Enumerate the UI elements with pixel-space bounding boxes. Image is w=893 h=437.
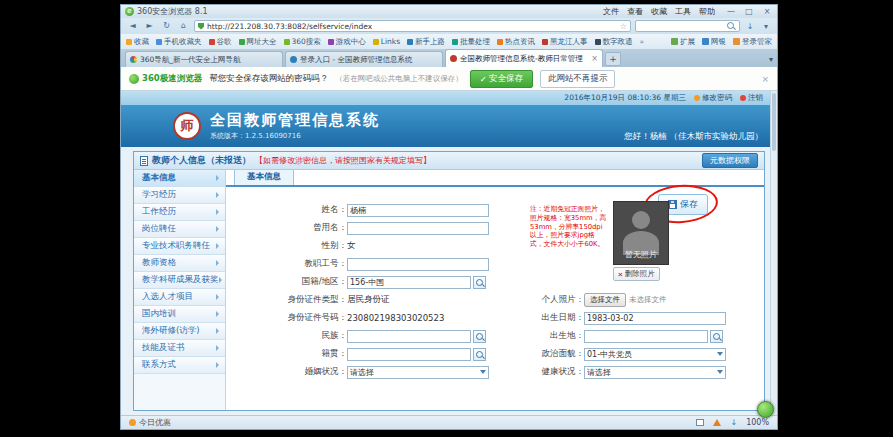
- lookup-search-icon[interactable]: [710, 330, 723, 343]
- save-password-button[interactable]: ✓ 安全保存: [470, 70, 533, 88]
- tab-close-icon[interactable]: ×: [591, 54, 598, 63]
- sidebar-item-talent-programs[interactable]: 入选人才项目: [134, 289, 225, 306]
- back-icon[interactable]: ◄: [126, 20, 139, 32]
- birth-date-input[interactable]: [584, 312, 726, 325]
- field-label: 曾用名：: [252, 222, 347, 234]
- logout-link[interactable]: 注销: [740, 93, 763, 103]
- metadata-permission-button[interactable]: 元数据权限: [702, 153, 758, 168]
- lookup-search-icon[interactable]: [473, 348, 486, 361]
- forward-icon[interactable]: ►: [143, 20, 156, 32]
- sidebar-item-skills-certificates[interactable]: 技能及证书: [134, 340, 225, 357]
- netbank-button[interactable]: 网银: [702, 37, 726, 47]
- bookmark-item[interactable]: 热点资讯: [497, 37, 535, 47]
- login-manager-button[interactable]: 登录管家: [733, 37, 772, 47]
- former-name-input[interactable]: [347, 222, 489, 235]
- lookup-search-icon[interactable]: [473, 330, 486, 343]
- field-label: 国籍/地区：: [252, 276, 347, 288]
- zoom-level[interactable]: 100%: [746, 418, 769, 427]
- notification-close-icon[interactable]: ×: [761, 74, 769, 84]
- ethnicity-input[interactable]: [347, 330, 471, 343]
- field-label: 籍贯：: [252, 348, 347, 360]
- favicon: [373, 39, 379, 45]
- favicon: [209, 39, 215, 45]
- page-scrollbar[interactable]: [770, 91, 777, 415]
- sidebar-item-contact-info[interactable]: 联系方式: [134, 357, 225, 374]
- favicon: [407, 39, 413, 45]
- bookmark-item[interactable]: 数字政通: [595, 37, 633, 47]
- field-label: 民族：: [252, 330, 347, 342]
- close-icon[interactable]: ×: [761, 7, 773, 16]
- 360-float-ball-icon[interactable]: [757, 401, 774, 418]
- menu-tools[interactable]: 工具: [675, 6, 691, 17]
- lookup-search-icon[interactable]: [473, 276, 486, 289]
- sidebar-item-basic-info[interactable]: 基本信息: [134, 170, 225, 187]
- sidebar-item-teacher-qualification[interactable]: 教师资格: [134, 255, 225, 272]
- dismiss-site-button[interactable]: 此网站不再提示: [540, 70, 616, 88]
- daily-deals-button[interactable]: 今日优惠: [129, 417, 171, 428]
- download-icon[interactable]: ↓: [744, 22, 756, 31]
- form-row: 民族：: [252, 327, 516, 345]
- maximize-icon[interactable]: □: [743, 7, 755, 16]
- bookmark-item[interactable]: 手机收藏夹: [156, 37, 202, 47]
- bookmark-item[interactable]: 360搜索: [284, 37, 321, 47]
- tab-bar: 360导航_新一代安全上网导航 登录入口 - 全国教师管理信息系统 全国教师管理…: [121, 49, 777, 67]
- menu-more-icon[interactable]: ▾: [760, 22, 772, 31]
- speedup-icon[interactable]: [713, 419, 721, 426]
- sidebar-item-education[interactable]: 学习经历: [134, 187, 225, 204]
- bookmark-item[interactable]: 批量处理: [452, 37, 490, 47]
- name-input[interactable]: [347, 204, 489, 217]
- bookmarks-overflow-icon[interactable]: »: [640, 37, 645, 46]
- tab-login-portal[interactable]: 登录入口 - 全国教师管理信息系统: [285, 51, 443, 67]
- nationality-input[interactable]: [347, 276, 471, 289]
- search-box[interactable]: [635, 20, 740, 32]
- photo-file-input[interactable]: 选择文件: [584, 293, 626, 307]
- bookmark-item[interactable]: 收藏: [126, 37, 149, 47]
- minimize-icon[interactable]: —: [725, 7, 737, 16]
- refresh-icon[interactable]: ↻: [160, 20, 173, 32]
- delete-photo-button[interactable]: × 删除照片: [613, 267, 660, 281]
- screenshot-icon[interactable]: [696, 419, 704, 426]
- sidebar-item-work-history[interactable]: 工作经历: [134, 204, 225, 221]
- search-icon[interactable]: [726, 21, 736, 31]
- change-password-link[interactable]: 修改密码: [694, 93, 732, 103]
- menu-favorites[interactable]: 收藏: [651, 6, 667, 17]
- marital-status-select[interactable]: 请选择: [347, 366, 489, 379]
- menu-help[interactable]: 帮助: [699, 6, 715, 17]
- birth-place-input[interactable]: [584, 330, 708, 343]
- new-tab-button[interactable]: +: [605, 52, 621, 66]
- favicon: [452, 39, 458, 45]
- field-label: 身份证件号码：: [252, 312, 347, 324]
- menu-file[interactable]: 文件: [603, 6, 619, 17]
- bookmark-item[interactable]: Links: [373, 37, 400, 46]
- tab-360-nav[interactable]: 360导航_新一代安全上网导航: [125, 51, 283, 67]
- staff-id-input[interactable]: [347, 258, 489, 271]
- sidebar-item-overseas-study[interactable]: 海外研修(访学): [134, 323, 225, 340]
- scrollbar-thumb[interactable]: [772, 93, 776, 151]
- political-status-select[interactable]: 01-中共党员: [584, 348, 726, 361]
- bookmark-item[interactable]: 游戏中心: [328, 37, 366, 47]
- sidebar-item-professional-title[interactable]: 专业技术职务聘任: [134, 238, 225, 255]
- bookmark-item[interactable]: 谷歌: [209, 37, 232, 47]
- sidebar-item-post-appointment[interactable]: 岗位聘任: [134, 221, 225, 238]
- sidebar-item-domestic-training[interactable]: 国内培训: [134, 306, 225, 323]
- favicon: [497, 39, 503, 45]
- download-manager-icon[interactable]: ↓: [730, 418, 737, 427]
- home-icon[interactable]: ⌂: [177, 20, 190, 32]
- bookmark-item[interactable]: 网址大全: [239, 37, 277, 47]
- web-page: 2016年10月19日 08:10:36 星期三 修改密码 注销 师 全国教师管…: [121, 91, 777, 415]
- favorite-star-icon[interactable]: ☆: [620, 22, 627, 31]
- password-save-hint: （若在网吧或公共电脑上不建议保存）: [335, 74, 463, 84]
- panel-notice: 【如需修改涉密信息，请按照国家有关规定填写】: [255, 155, 431, 166]
- bookmark-item[interactable]: 新手上路: [407, 37, 445, 47]
- health-status-select[interactable]: 请选择: [584, 366, 726, 379]
- extensions-button[interactable]: 扩展: [671, 37, 695, 47]
- url-box[interactable]: http://221.208.30.73:8082/selfservice/in…: [194, 20, 631, 32]
- tab-basic-info[interactable]: 基本信息: [234, 170, 294, 185]
- bookmark-item[interactable]: 黑龙江人事: [542, 37, 588, 47]
- url-text[interactable]: http://221.208.30.73:8082/selfservice/in…: [207, 22, 617, 31]
- tab-teacher-system-active[interactable]: 全国教师管理信息系统-教师日常管理 ×: [445, 49, 603, 67]
- tab-list-icon[interactable]: ▾: [769, 55, 773, 64]
- menu-view[interactable]: 查看: [627, 6, 643, 17]
- sidebar-item-research-awards[interactable]: 教学科研成果及获奖: [134, 272, 225, 289]
- native-place-input[interactable]: [347, 348, 471, 361]
